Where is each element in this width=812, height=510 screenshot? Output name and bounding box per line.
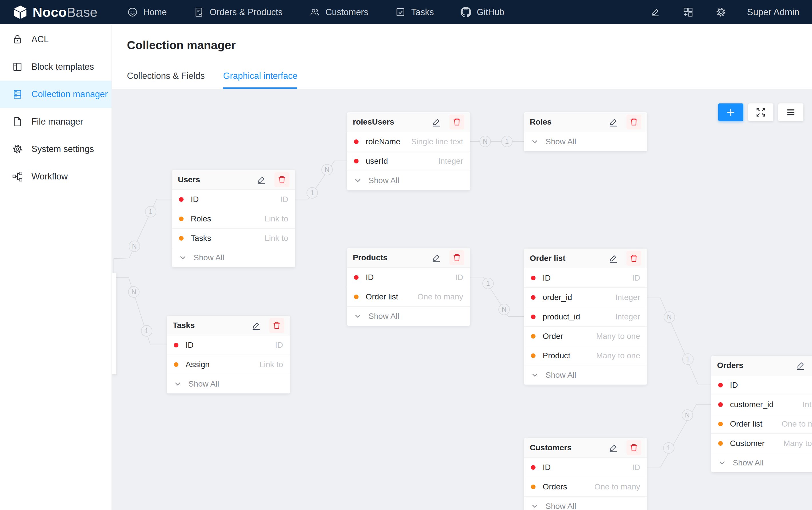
field-red-dot-icon (718, 383, 723, 387)
sidebar-item-collection-manager[interactable]: Collection manager (0, 81, 112, 108)
field-row[interactable]: order_id Integer (524, 288, 647, 307)
field-row[interactable]: Order Many to one (524, 326, 647, 346)
nav-item-tasks[interactable]: Tasks (395, 7, 434, 18)
field-row[interactable]: ID ID (712, 375, 812, 395)
settings-button[interactable] (715, 6, 726, 18)
delete-collection-button[interactable] (274, 172, 289, 187)
card-actions (429, 250, 464, 265)
show-all-toggle[interactable]: Show All (524, 365, 647, 385)
edit-collection-button[interactable] (429, 115, 444, 129)
card-header[interactable]: Order list (524, 248, 647, 268)
brand-light: Base (67, 5, 97, 20)
field-row[interactable]: Tasks Link to (172, 228, 295, 248)
field-row[interactable]: ID ID (167, 335, 290, 355)
nav-item-home[interactable]: Home (127, 7, 167, 18)
add-plugins-button[interactable] (683, 6, 694, 18)
sidebar-item-file-manager[interactable]: File manager (0, 108, 112, 136)
nav-item-orders-products[interactable]: Orders & Products (194, 7, 283, 18)
collection-card-users[interactable]: Users ID ID Roles Link to Tasks Link to … (172, 170, 295, 267)
collection-card-order-list[interactable]: Order list ID ID order_id Integer produc… (524, 248, 647, 385)
customers-icon (309, 7, 320, 18)
field-type: Many to one (783, 439, 812, 448)
show-all-toggle[interactable]: Show All (347, 171, 470, 190)
field-type: One to many (594, 482, 640, 491)
sidebar-item-block-templates[interactable]: Block templates (0, 53, 112, 81)
field-row[interactable]: Assign Link to (167, 355, 290, 374)
card-header[interactable]: Tasks (167, 316, 290, 335)
sidebar-item-workflow[interactable]: Workflow (0, 163, 112, 190)
card-header[interactable]: Products (347, 248, 470, 267)
edit-collection-button[interactable] (249, 318, 264, 333)
collection-card-roles[interactable]: Roles Show All (524, 112, 647, 151)
ui-editor-button[interactable] (649, 6, 661, 18)
nav-item-github[interactable]: GitHub (461, 7, 504, 18)
field-red-dot-icon (174, 343, 178, 348)
add-collection-button[interactable] (718, 103, 744, 121)
edit-collection-button[interactable] (793, 358, 808, 373)
show-all-toggle[interactable]: Show All (167, 374, 290, 393)
layout-icon (12, 61, 23, 72)
show-all-toggle[interactable]: Show All (712, 453, 812, 472)
field-name: Order (543, 332, 563, 341)
edit-collection-button[interactable] (254, 172, 269, 187)
collection-card-orders[interactable]: Orders ID ID customer_id Integer Order l… (712, 356, 812, 472)
collection-card-tasks[interactable]: Tasks ID ID Assign Link to Show All (167, 316, 290, 393)
collection-card-customers[interactable]: Customers ID ID Orders One to many Show … (524, 438, 647, 510)
card-header[interactable]: rolesUsers (347, 112, 470, 132)
field-row[interactable]: Customer Many to one (712, 433, 812, 453)
edit-collection-button[interactable] (606, 115, 621, 129)
card-header[interactable]: Orders (712, 356, 812, 375)
field-row[interactable]: Roles Link to (172, 209, 295, 228)
field-name: ID (185, 340, 194, 350)
field-name: order_id (543, 293, 572, 302)
collection-card-products[interactable]: Products ID ID Order list One to many Sh… (347, 248, 470, 326)
card-header[interactable]: Users (172, 170, 295, 189)
field-row[interactable]: userId Integer (347, 151, 470, 171)
field-name: Orders (543, 482, 567, 491)
delete-collection-button[interactable] (450, 115, 464, 129)
field-row[interactable]: ID ID (172, 189, 295, 209)
file-icon (12, 116, 23, 127)
field-name: userId (366, 156, 388, 166)
field-row[interactable]: Order list One to many (712, 414, 812, 433)
card-actions (793, 358, 812, 373)
show-all-toggle[interactable]: Show All (347, 306, 470, 326)
tab-graphical-interface[interactable]: Graphical interface (223, 71, 297, 89)
delete-collection-button[interactable] (627, 251, 641, 266)
show-all-toggle[interactable]: Show All (172, 248, 295, 267)
show-all-toggle[interactable]: Show All (524, 496, 647, 510)
field-row[interactable]: ID ID (524, 457, 647, 477)
edit-collection-button[interactable] (429, 250, 444, 265)
graph-menu-button[interactable] (778, 103, 804, 121)
field-row[interactable]: roleName Single line text (347, 132, 470, 151)
cardinality-label: N (132, 243, 137, 250)
nocobase-logo[interactable]: NocoBase (12, 4, 97, 20)
field-row[interactable]: Product Many to one (524, 346, 647, 365)
fullscreen-button[interactable] (748, 103, 774, 121)
field-row[interactable]: product_id Integer (524, 307, 647, 326)
show-all-toggle[interactable]: Show All (524, 132, 647, 151)
collection-card-rolesusers[interactable]: rolesUsers roleName Single line text use… (347, 112, 470, 190)
card-header[interactable]: Roles (524, 112, 647, 132)
card-header[interactable]: Customers (524, 438, 647, 457)
delete-collection-button[interactable] (269, 318, 284, 333)
field-row[interactable]: ID ID (347, 267, 470, 287)
nav-item-customers[interactable]: Customers (309, 7, 368, 18)
tab-collections-fields[interactable]: Collections & Fields (127, 71, 205, 89)
field-red-dot-icon (531, 295, 535, 300)
collection-graph-canvas[interactable]: 1NN11NN11NN1N1 rolesUsers roleName Singl… (112, 89, 812, 510)
edit-collection-button[interactable] (606, 440, 621, 455)
edit-collection-button[interactable] (606, 251, 621, 266)
delete-collection-button[interactable] (627, 115, 641, 129)
delete-collection-button[interactable] (450, 250, 464, 265)
sidebar-item-acl[interactable]: ACL (0, 26, 112, 53)
field-row[interactable]: Orders One to many (524, 477, 647, 496)
sidebar-item-system-settings[interactable]: System settings (0, 136, 112, 163)
field-row[interactable]: ID ID (524, 268, 647, 288)
user-menu[interactable]: Super Admin (747, 7, 800, 18)
cardinality-label: N (685, 412, 690, 419)
field-row[interactable]: Order list One to many (347, 287, 470, 306)
delete-collection-button[interactable] (627, 440, 641, 455)
field-name: Order list (366, 292, 398, 301)
field-row[interactable]: customer_id Integer (712, 395, 812, 414)
